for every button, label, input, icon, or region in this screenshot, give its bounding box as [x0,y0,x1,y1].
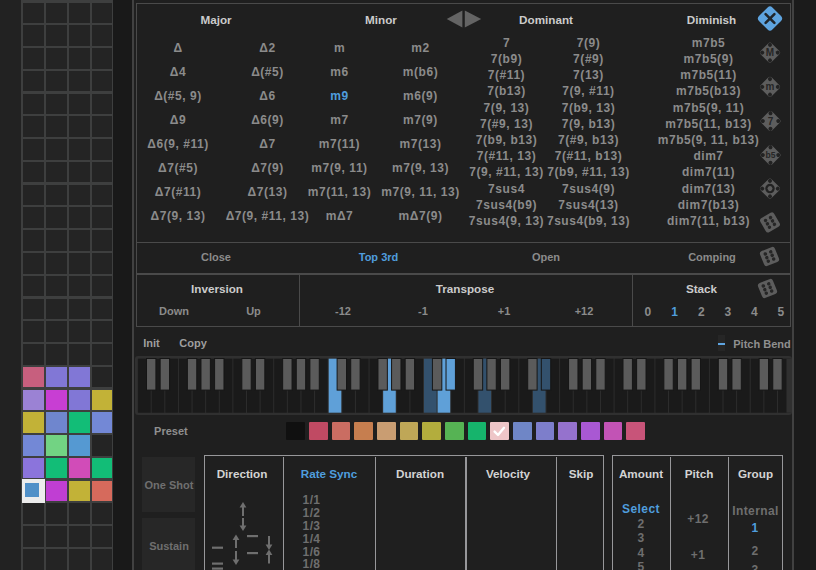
svg-text:7: 7 [768,116,774,127]
svg-text:M: M [766,47,774,58]
svg-text:b5: b5 [766,150,776,160]
svg-text:m: m [766,81,775,92]
